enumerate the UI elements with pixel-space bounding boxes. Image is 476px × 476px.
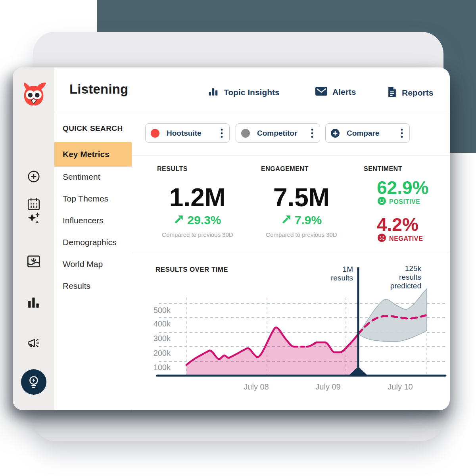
plus-circle-icon <box>331 129 340 138</box>
sentiment-negative-row: NEGATIVE <box>378 234 423 244</box>
nav-alerts[interactable]: Alerts <box>315 86 356 98</box>
sentiment-positive-value: 62.9% <box>377 178 428 197</box>
sidebar-item-label: Demographics <box>63 238 116 247</box>
bar-chart-icon[interactable] <box>13 297 54 309</box>
sidebar-item-demographics[interactable]: Demographics <box>54 232 132 252</box>
results-value: 1.2M <box>157 185 238 210</box>
chip-label: Competitor <box>257 129 297 138</box>
app-window: Listening Topic Insights Alerts <box>13 67 450 410</box>
trend-up-arrow-icon <box>174 214 184 226</box>
annotation-line: results <box>313 274 353 282</box>
sidebar-item-label: Key Metrics <box>63 150 109 159</box>
sidebar-item-label: World Map <box>63 259 103 269</box>
nav-reports[interactable]: Reports <box>388 86 433 99</box>
hootsuite-owl-logo[interactable] <box>13 82 54 106</box>
nav-label: Reports <box>402 88 433 98</box>
engagement-label: ENGAGEMENT <box>261 165 309 173</box>
sidebar-item-results[interactable]: Results <box>54 276 132 296</box>
sparkles-icon[interactable] <box>13 211 54 225</box>
sidebar-item-top-themes[interactable]: Top Themes <box>54 189 132 209</box>
quick-search-heading: QUICK SEARCH <box>63 124 123 133</box>
kebab-menu-icon[interactable] <box>311 129 313 138</box>
divider <box>132 253 450 253</box>
results-trend: 29.3% <box>157 213 238 227</box>
chip-label: Hootsuite <box>167 129 202 138</box>
y-tick: 300k <box>154 334 171 343</box>
y-tick: 200k <box>154 349 171 357</box>
megaphone-icon[interactable] <box>13 337 54 351</box>
annotation-line: results <box>378 273 421 282</box>
sentiment-positive-tag: POSITIVE <box>389 198 420 205</box>
report-icon <box>388 86 397 99</box>
y-tick: 500k <box>154 306 171 315</box>
icon-rail <box>13 67 54 410</box>
kebab-menu-icon[interactable] <box>401 129 403 138</box>
sidebar-item-label: Sentiment <box>63 172 100 182</box>
lightbulb-icon[interactable] <box>13 369 54 395</box>
chip-label: Compare <box>347 129 379 138</box>
sidebar-item-influencers[interactable]: Influencers <box>54 211 132 230</box>
plus-circle-icon[interactable] <box>13 170 54 183</box>
gray-dot-icon <box>241 129 250 138</box>
sentiment-negative-value: 4.2% <box>377 215 418 234</box>
results-label: RESULTS <box>157 165 188 173</box>
sentiment-positive-row: POSITIVE <box>378 197 420 207</box>
prediction-annotation: 125k results predicted <box>378 264 421 290</box>
smiley-face-icon <box>378 197 386 207</box>
chip-compare[interactable]: Compare <box>325 123 410 143</box>
divider <box>132 155 450 155</box>
sidebar-item-label: Influencers <box>63 216 104 225</box>
chip-competitor[interactable]: Competitor <box>236 123 320 143</box>
sidebar-item-label: Top Themes <box>63 194 108 203</box>
nav-topic-insights[interactable]: Topic Insights <box>208 86 280 98</box>
sentiment-label: SENTIMENT <box>364 165 402 173</box>
bar-chart-icon <box>208 86 219 98</box>
engagement-note: Compared to previous 30D <box>261 231 342 238</box>
y-tick: 100k <box>154 363 171 372</box>
page: Listening Topic Insights Alerts <box>0 0 476 476</box>
engagement-value: 7.5M <box>261 185 342 210</box>
prediction-band <box>358 289 427 342</box>
trend-value: 29.3% <box>187 213 221 227</box>
x-tick: July 08 <box>244 382 269 391</box>
trend-up-arrow-icon <box>281 214 292 226</box>
inbox-icon[interactable] <box>13 254 54 269</box>
engagement-trend: 7.9% <box>261 213 342 227</box>
panel-divider <box>132 114 132 410</box>
red-dot-icon <box>151 129 159 138</box>
x-tick: July 10 <box>388 382 413 391</box>
frown-face-icon <box>378 234 386 244</box>
results-note: Compared to previous 30D <box>157 231 238 238</box>
chip-hootsuite[interactable]: Hootsuite <box>145 123 230 143</box>
annotation-line: 125k <box>378 264 421 273</box>
y-tick: 400k <box>154 319 171 328</box>
sidebar-item-sentiment[interactable]: Sentiment <box>54 167 132 187</box>
marker-annotation: 1M results <box>313 265 353 282</box>
trend-value: 7.9% <box>295 213 322 227</box>
sidebar-item-label: Results <box>63 281 90 291</box>
x-tick: July 09 <box>315 382 340 391</box>
sidebar-item-world-map[interactable]: World Map <box>54 254 132 274</box>
page-title: Listening <box>69 82 128 97</box>
kebab-menu-icon[interactable] <box>221 129 223 138</box>
envelope-icon <box>315 86 327 98</box>
nav-label: Topic Insights <box>224 88 280 97</box>
annotation-line: predicted <box>378 282 421 290</box>
sentiment-negative-tag: NEGATIVE <box>389 235 423 242</box>
calendar-icon[interactable] <box>13 198 54 211</box>
sidebar-item-key-metrics[interactable]: Key Metrics <box>54 142 132 167</box>
annotation-line: 1M <box>313 265 353 274</box>
nav-label: Alerts <box>332 87 356 97</box>
header-divider <box>54 114 450 114</box>
